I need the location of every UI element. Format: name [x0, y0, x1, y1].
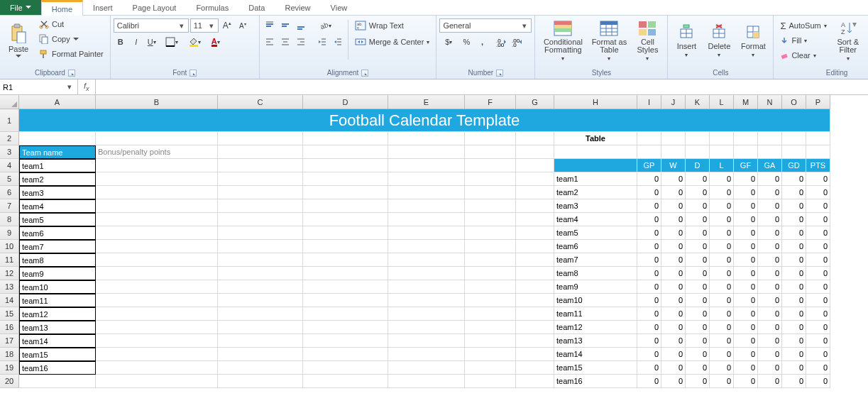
cell-styles-button[interactable]: Cell Styles▾: [630, 17, 664, 64]
column-header-G[interactable]: G: [516, 95, 554, 109]
cell-M4[interactable]: GF: [734, 159, 758, 172]
cell-K15[interactable]: 0: [686, 307, 710, 321]
cell-N9[interactable]: 0: [758, 226, 782, 240]
cell-B15[interactable]: [96, 307, 218, 321]
tab-formulas[interactable]: Formulas: [186, 0, 238, 15]
cell-E18[interactable]: [388, 348, 465, 361]
merge-center-button[interactable]: Merge & Center ▾: [351, 35, 434, 49]
cell-F11[interactable]: [465, 253, 516, 267]
formula-input[interactable]: [96, 83, 868, 92]
cell-E10[interactable]: [388, 240, 465, 253]
cell-M12[interactable]: 0: [734, 267, 758, 280]
cell-A13[interactable]: team10: [19, 280, 96, 294]
increase-decimal-button[interactable]: .0.00: [495, 35, 509, 49]
cell-J11[interactable]: 0: [661, 253, 686, 267]
shrink-font-button[interactable]: A▾: [236, 18, 250, 33]
cell-P19[interactable]: 0: [806, 361, 830, 375]
grow-font-button[interactable]: A▴: [220, 18, 234, 33]
cell-M20[interactable]: 0: [734, 375, 758, 388]
cell-G18[interactable]: [516, 348, 554, 361]
cell-D14[interactable]: [303, 294, 388, 307]
cell-A4[interactable]: team1: [19, 159, 96, 172]
cell-C7[interactable]: [218, 199, 303, 213]
cell-O8[interactable]: 0: [782, 213, 806, 226]
column-header-C[interactable]: C: [218, 95, 303, 109]
cell-E3[interactable]: [388, 145, 465, 159]
cell-M19[interactable]: 0: [734, 361, 758, 375]
cell-I5[interactable]: 0: [637, 172, 661, 186]
cell-D2[interactable]: [303, 132, 388, 145]
decrease-decimal-button[interactable]: .00.0: [510, 35, 524, 49]
cell-K11[interactable]: 0: [686, 253, 710, 267]
cell-H12[interactable]: team8: [554, 267, 637, 280]
cell-H3[interactable]: [554, 145, 637, 159]
increase-indent-button[interactable]: [331, 35, 345, 49]
cell-E12[interactable]: [388, 267, 465, 280]
cell-M6[interactable]: 0: [734, 186, 758, 199]
row-header-20[interactable]: 20: [0, 375, 19, 388]
cell-I16[interactable]: 0: [637, 321, 661, 334]
cell-D15[interactable]: [303, 307, 388, 321]
cell-H16[interactable]: team12: [554, 321, 637, 334]
cell-E11[interactable]: [388, 253, 465, 267]
row-header-1[interactable]: 1: [0, 109, 19, 132]
underline-button[interactable]: U▾: [145, 35, 159, 49]
cell-E17[interactable]: [388, 334, 465, 348]
row-header-4[interactable]: 4: [0, 159, 19, 172]
align-center-button[interactable]: [278, 35, 292, 49]
fill-button[interactable]: Fill▾: [776, 33, 830, 48]
row-header-19[interactable]: 19: [0, 361, 19, 375]
cell-C19[interactable]: [218, 361, 303, 375]
cell-P18[interactable]: 0: [806, 348, 830, 361]
select-all-corner[interactable]: [0, 95, 19, 109]
cell-A5[interactable]: team2: [19, 172, 96, 186]
column-header-F[interactable]: F: [465, 95, 516, 109]
cut-button[interactable]: Cut: [35, 17, 107, 31]
cell-O9[interactable]: 0: [782, 226, 806, 240]
cell-H6[interactable]: team2: [554, 186, 637, 199]
cell-H8[interactable]: team4: [554, 213, 637, 226]
cell-F19[interactable]: [465, 361, 516, 375]
cell-K9[interactable]: 0: [686, 226, 710, 240]
cell-G17[interactable]: [516, 334, 554, 348]
align-top-button[interactable]: [263, 18, 277, 33]
cell-L14[interactable]: 0: [710, 294, 734, 307]
cell-N7[interactable]: 0: [758, 199, 782, 213]
row-header-13[interactable]: 13: [0, 280, 19, 294]
cell-L7[interactable]: 0: [710, 199, 734, 213]
cell-I11[interactable]: 0: [637, 253, 661, 267]
cell-C4[interactable]: [218, 159, 303, 172]
cell-N13[interactable]: 0: [758, 280, 782, 294]
cell-J16[interactable]: 0: [661, 321, 686, 334]
comma-format-button[interactable]: ,: [475, 35, 489, 49]
align-left-button[interactable]: [263, 35, 277, 49]
number-format-combo[interactable]: General▾: [439, 18, 532, 33]
cell-C17[interactable]: [218, 334, 303, 348]
cell-L9[interactable]: 0: [710, 226, 734, 240]
clear-button[interactable]: Clear▾: [776, 48, 830, 62]
cell-N16[interactable]: 0: [758, 321, 782, 334]
orientation-button[interactable]: ab▾: [315, 18, 335, 33]
cell-O13[interactable]: 0: [782, 280, 806, 294]
cell-O10[interactable]: 0: [782, 240, 806, 253]
cell-L8[interactable]: 0: [710, 213, 734, 226]
cell-M18[interactable]: 0: [734, 348, 758, 361]
cell-K4[interactable]: D: [686, 159, 710, 172]
cell-G10[interactable]: [516, 240, 554, 253]
alignment-dialog-launcher[interactable]: [361, 70, 368, 77]
cell-A11[interactable]: team8: [19, 253, 96, 267]
cell-N15[interactable]: 0: [758, 307, 782, 321]
paste-button[interactable]: Paste: [3, 17, 34, 64]
cell-P2[interactable]: [806, 132, 830, 145]
cell-J14[interactable]: 0: [661, 294, 686, 307]
cell-C3[interactable]: [218, 145, 303, 159]
cell-L6[interactable]: 0: [710, 186, 734, 199]
cell-H20[interactable]: team16: [554, 375, 637, 388]
row-header-5[interactable]: 5: [0, 172, 19, 186]
cell-A15[interactable]: team12: [19, 307, 96, 321]
cell-C14[interactable]: [218, 294, 303, 307]
cell-E16[interactable]: [388, 321, 465, 334]
cell-I14[interactable]: 0: [637, 294, 661, 307]
cell-A3[interactable]: Team name: [19, 145, 96, 159]
cell-O18[interactable]: 0: [782, 348, 806, 361]
